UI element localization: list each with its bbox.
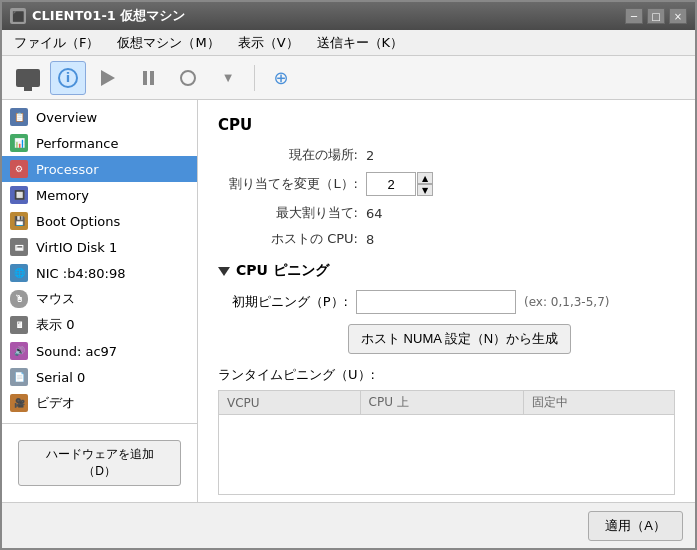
sidebar-label-performance: Performance <box>36 136 118 151</box>
play-button[interactable] <box>90 61 126 95</box>
col-cpu-on: CPU 上 <box>360 391 523 415</box>
sidebar-label-mouse: マウス <box>36 290 75 308</box>
menu-file[interactable]: ファイル（F） <box>6 31 107 55</box>
pause-button[interactable] <box>130 61 166 95</box>
play-icon <box>101 70 115 86</box>
window-title: CLIENT01-1 仮想マシン <box>32 7 185 25</box>
host-cpu-value: 8 <box>366 232 374 247</box>
video-icon: 🎥 <box>10 394 28 412</box>
sidebar-item-video[interactable]: 🎥 ビデオ <box>2 390 197 416</box>
cpu-pinning-title: CPU ピニング <box>236 262 329 280</box>
sidebar-label-sound: Sound: ac97 <box>36 344 117 359</box>
sidebar-item-processor[interactable]: ⚙ Processor <box>2 156 197 182</box>
initial-pinning-input[interactable] <box>356 290 516 314</box>
sidebar-label-display: 表示 0 <box>36 316 74 334</box>
runtime-label: ランタイムピニング（U）: <box>218 366 675 384</box>
table-row-empty <box>219 415 675 495</box>
right-panel: CPU 現在の場所: 2 割り当てを変更（L）: ▲ ▼ 最大割り当て: 64 <box>198 100 695 502</box>
sidebar-item-virtio-disk[interactable]: 🖴 VirtIO Disk 1 <box>2 234 197 260</box>
max-allocation-value: 64 <box>366 206 383 221</box>
sidebar-bottom: ハードウェアを追加（D） <box>2 423 197 502</box>
arrows-icon: ⊕ <box>273 67 288 88</box>
add-hardware-button[interactable]: ハードウェアを追加（D） <box>18 440 181 486</box>
sound-icon: 🔊 <box>10 342 28 360</box>
move-button[interactable]: ⊕ <box>263 61 299 95</box>
cpu-section-title: CPU <box>218 116 675 134</box>
titlebar-icon: ⬛ <box>10 8 26 24</box>
sidebar-label-nic: NIC :b4:80:98 <box>36 266 126 281</box>
generate-numa-button[interactable]: ホスト NUMA 設定（N）から生成 <box>348 324 571 354</box>
main-content: 📋 Overview 📊 Performance ⚙ Processor 🔲 M… <box>2 100 695 502</box>
info-button[interactable]: i <box>50 61 86 95</box>
titlebar: ⬛ CLIENT01-1 仮想マシン ─ □ × <box>2 2 695 30</box>
performance-icon: 📊 <box>10 134 28 152</box>
power-dropdown-button[interactable]: ▼ <box>210 61 246 95</box>
sidebar-label-virtio: VirtIO Disk 1 <box>36 240 117 255</box>
pinning-hint: (ex: 0,1,3-5,7) <box>524 295 609 309</box>
close-button[interactable]: × <box>669 8 687 24</box>
sidebar-item-nic[interactable]: 🌐 NIC :b4:80:98 <box>2 260 197 286</box>
toolbar-separator <box>254 65 255 91</box>
sidebar-label-boot: Boot Options <box>36 214 120 229</box>
sidebar-wrapper: 📋 Overview 📊 Performance ⚙ Processor 🔲 M… <box>2 100 198 502</box>
disk-icon: 🖴 <box>10 238 28 256</box>
collapse-icon[interactable] <box>218 267 230 276</box>
toolbar: i ▼ ⊕ <box>2 56 695 100</box>
display-icon: 🖥 <box>10 316 28 334</box>
spin-buttons: ▲ ▼ <box>417 172 433 196</box>
menu-sendkey[interactable]: 送信キー（K） <box>309 31 412 55</box>
chevron-down-icon: ▼ <box>224 72 232 83</box>
overview-icon: 📋 <box>10 108 28 126</box>
allocation-spinner: ▲ ▼ <box>366 172 433 196</box>
sidebar-item-serial[interactable]: 📄 Serial 0 <box>2 364 197 390</box>
sidebar-item-display[interactable]: 🖥 表示 0 <box>2 312 197 338</box>
max-allocation-label: 最大割り当て: <box>218 204 358 222</box>
memory-icon: 🔲 <box>10 186 28 204</box>
sidebar-label-overview: Overview <box>36 110 97 125</box>
spin-up-button[interactable]: ▲ <box>417 172 433 184</box>
sidebar-item-performance[interactable]: 📊 Performance <box>2 130 197 156</box>
mouse-icon: 🖱 <box>10 290 28 308</box>
change-allocation-row: 割り当てを変更（L）: ▲ ▼ <box>218 172 675 196</box>
maximize-button[interactable]: □ <box>647 8 665 24</box>
current-location-label: 現在の場所: <box>218 146 358 164</box>
menu-view[interactable]: 表示（V） <box>230 31 307 55</box>
sidebar-label-video: ビデオ <box>36 394 75 412</box>
nic-icon: 🌐 <box>10 264 28 282</box>
sidebar-item-boot-options[interactable]: 💾 Boot Options <box>2 208 197 234</box>
change-allocation-label: 割り当てを変更（L）: <box>218 175 358 193</box>
spin-down-button[interactable]: ▼ <box>417 184 433 196</box>
main-window: ⬛ CLIENT01-1 仮想マシン ─ □ × ファイル（F） 仮想マシン（M… <box>0 0 697 550</box>
sidebar-item-mouse[interactable]: 🖱 マウス <box>2 286 197 312</box>
runtime-pinning-table: VCPU CPU 上 固定中 <box>218 390 675 495</box>
boot-icon: 💾 <box>10 212 28 230</box>
titlebar-left: ⬛ CLIENT01-1 仮想マシン <box>10 7 185 25</box>
menu-vm[interactable]: 仮想マシン（M） <box>109 31 227 55</box>
sidebar-item-sound[interactable]: 🔊 Sound: ac97 <box>2 338 197 364</box>
sidebar-label-serial: Serial 0 <box>36 370 85 385</box>
current-location-value: 2 <box>366 148 374 163</box>
sidebar-list: 📋 Overview 📊 Performance ⚙ Processor 🔲 M… <box>2 100 197 423</box>
sidebar-item-memory[interactable]: 🔲 Memory <box>2 182 197 208</box>
bottom-bar: 適用（A） <box>2 502 695 548</box>
sidebar-label-memory: Memory <box>36 188 89 203</box>
apply-button[interactable]: 適用（A） <box>588 511 683 541</box>
menubar: ファイル（F） 仮想マシン（M） 表示（V） 送信キー（K） <box>2 30 695 56</box>
initial-pinning-row: 初期ピニング（P）: (ex: 0,1,3-5,7) <box>218 290 675 314</box>
generate-btn-container: ホスト NUMA 設定（N）から生成 <box>348 324 675 354</box>
initial-pinning-label: 初期ピニング（P）: <box>218 293 348 311</box>
cpu-pinning-header: CPU ピニング <box>218 262 675 280</box>
host-cpu-row: ホストの CPU: 8 <box>218 230 675 248</box>
info-icon: i <box>58 68 78 88</box>
screen-button[interactable] <box>10 61 46 95</box>
host-cpu-label: ホストの CPU: <box>218 230 358 248</box>
sidebar-item-overview[interactable]: 📋 Overview <box>2 104 197 130</box>
power-icon <box>180 70 196 86</box>
current-location-row: 現在の場所: 2 <box>218 146 675 164</box>
allocation-input[interactable] <box>366 172 416 196</box>
col-fixed: 固定中 <box>523 391 674 415</box>
minimize-button[interactable]: ─ <box>625 8 643 24</box>
processor-icon: ⚙ <box>10 160 28 178</box>
titlebar-buttons: ─ □ × <box>625 8 687 24</box>
power-button[interactable] <box>170 61 206 95</box>
